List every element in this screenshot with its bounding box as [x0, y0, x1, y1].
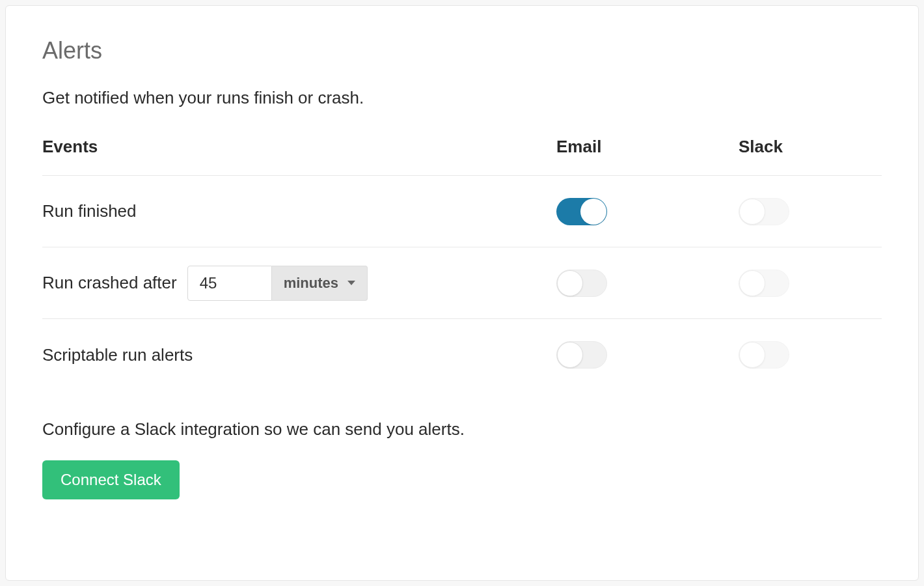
column-header-events: Events — [42, 137, 556, 157]
slack-integration-hint: Configure a Slack integration so we can … — [42, 419, 882, 440]
duration-unit-label: minutes — [284, 275, 338, 292]
toggle-slack-run-crashed[interactable] — [739, 270, 789, 297]
column-header-email: Email — [556, 137, 739, 157]
toggle-knob — [739, 199, 765, 225]
toggle-email-run-finished[interactable] — [556, 198, 607, 225]
connect-slack-button[interactable]: Connect Slack — [42, 460, 180, 499]
table-header-row: Events Email Slack — [42, 137, 882, 176]
event-label-scriptable: Scriptable run alerts — [42, 345, 556, 365]
table-row: Run crashed after minutes — [42, 247, 882, 319]
toggle-slack-scriptable[interactable] — [739, 341, 789, 369]
toggle-knob — [739, 342, 765, 368]
toggle-cell — [739, 341, 882, 369]
page-subtitle: Get notified when your runs finish or cr… — [42, 88, 882, 108]
table-row: Scriptable run alerts — [42, 319, 882, 391]
toggle-cell — [739, 198, 882, 225]
toggle-cell — [739, 270, 882, 297]
chevron-down-icon — [347, 281, 355, 285]
alerts-table: Events Email Slack Run finished Run cras… — [42, 137, 882, 391]
event-label-text: Run crashed after — [42, 273, 177, 293]
column-header-slack: Slack — [739, 137, 882, 157]
event-label-run-crashed: Run crashed after minutes — [42, 266, 556, 301]
alerts-settings-card: Alerts Get notified when your runs finis… — [5, 5, 919, 581]
toggle-email-scriptable[interactable] — [556, 341, 607, 369]
table-row: Run finished — [42, 176, 882, 247]
toggle-knob — [557, 270, 583, 296]
toggle-knob — [580, 199, 606, 225]
toggle-knob — [739, 270, 765, 296]
toggle-cell — [556, 270, 739, 297]
toggle-cell — [556, 198, 739, 225]
page-title: Alerts — [42, 37, 882, 64]
duration-input[interactable] — [187, 266, 272, 301]
event-label-run-finished: Run finished — [42, 201, 556, 221]
duration-unit-select[interactable]: minutes — [272, 266, 368, 301]
toggle-email-run-crashed[interactable] — [556, 270, 607, 297]
toggle-cell — [556, 341, 739, 369]
toggle-slack-run-finished[interactable] — [739, 198, 789, 225]
toggle-knob — [557, 342, 583, 368]
duration-input-group: minutes — [187, 266, 368, 301]
